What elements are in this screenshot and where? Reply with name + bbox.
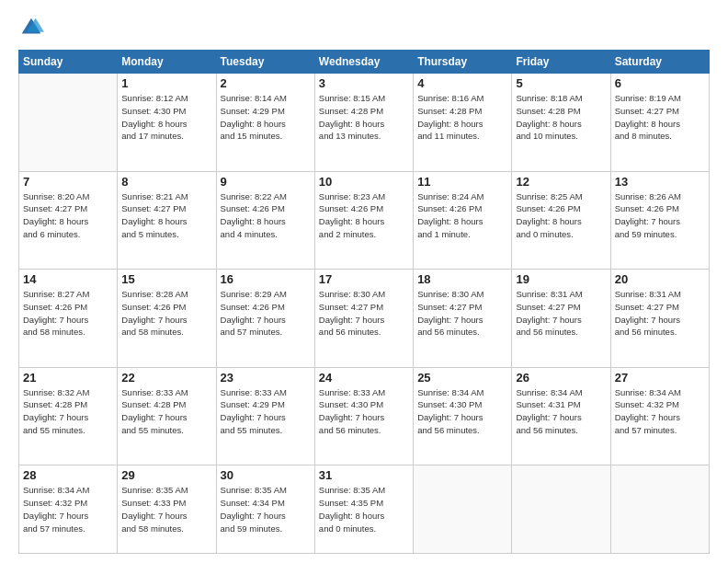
day-info: Sunrise: 8:35 AMSunset: 4:33 PMDaylight:…: [121, 484, 211, 534]
day-info: Sunrise: 8:24 AMSunset: 4:26 PMDaylight:…: [417, 190, 507, 241]
day-info: Sunrise: 8:30 AMSunset: 4:27 PMDaylight:…: [417, 288, 507, 339]
weekday-header-sunday: Sunday: [19, 51, 118, 74]
weekday-header-monday: Monday: [118, 51, 216, 74]
day-info: Sunrise: 8:14 AMSunset: 4:29 PMDaylight:…: [221, 92, 311, 143]
day-number: 19: [516, 272, 606, 286]
day-number: 24: [319, 371, 409, 385]
calendar-cell: 30Sunrise: 8:35 AMSunset: 4:34 PMDayligh…: [216, 465, 314, 554]
day-number: 5: [516, 76, 606, 90]
calendar-cell: 21Sunrise: 8:32 AMSunset: 4:28 PMDayligh…: [19, 367, 118, 465]
day-number: 9: [221, 175, 311, 189]
header: [18, 15, 710, 40]
calendar-week-row: 7Sunrise: 8:20 AMSunset: 4:27 PMDaylight…: [19, 171, 710, 270]
day-number: 21: [23, 371, 113, 385]
day-info: Sunrise: 8:20 AMSunset: 4:27 PMDaylight:…: [23, 190, 113, 241]
day-info: Sunrise: 8:19 AMSunset: 4:27 PMDaylight:…: [615, 92, 705, 143]
calendar-cell: 11Sunrise: 8:24 AMSunset: 4:26 PMDayligh…: [414, 171, 512, 270]
calendar-cell: 14Sunrise: 8:27 AMSunset: 4:26 PMDayligh…: [19, 270, 118, 368]
day-number: 25: [417, 371, 507, 385]
weekday-header-friday: Friday: [512, 51, 610, 74]
day-info: Sunrise: 8:21 AMSunset: 4:27 PMDaylight:…: [121, 190, 211, 241]
calendar-cell: [512, 465, 610, 554]
day-number: 17: [319, 272, 409, 286]
day-info: Sunrise: 8:27 AMSunset: 4:26 PMDaylight:…: [23, 288, 113, 339]
day-info: Sunrise: 8:26 AMSunset: 4:26 PMDaylight:…: [615, 190, 705, 241]
weekday-header-saturday: Saturday: [610, 51, 709, 74]
calendar-cell: 1Sunrise: 8:12 AMSunset: 4:30 PMDaylight…: [118, 74, 216, 172]
day-info: Sunrise: 8:33 AMSunset: 4:28 PMDaylight:…: [121, 386, 211, 437]
page: SundayMondayTuesdayWednesdayThursdayFrid…: [0, 0, 728, 563]
calendar-week-row: 14Sunrise: 8:27 AMSunset: 4:26 PMDayligh…: [19, 270, 710, 368]
day-info: Sunrise: 8:16 AMSunset: 4:28 PMDaylight:…: [417, 92, 507, 143]
calendar-cell: 3Sunrise: 8:15 AMSunset: 4:28 PMDaylight…: [314, 74, 413, 172]
day-number: 11: [417, 175, 507, 189]
day-info: Sunrise: 8:25 AMSunset: 4:26 PMDaylight:…: [516, 190, 606, 241]
day-number: 12: [516, 175, 606, 189]
calendar-cell: 29Sunrise: 8:35 AMSunset: 4:33 PMDayligh…: [118, 465, 216, 554]
calendar-week-row: 28Sunrise: 8:34 AMSunset: 4:32 PMDayligh…: [19, 465, 710, 554]
calendar-cell: [610, 465, 709, 554]
calendar-cell: 13Sunrise: 8:26 AMSunset: 4:26 PMDayligh…: [610, 171, 709, 270]
calendar-cell: 22Sunrise: 8:33 AMSunset: 4:28 PMDayligh…: [118, 367, 216, 465]
day-info: Sunrise: 8:23 AMSunset: 4:26 PMDaylight:…: [319, 190, 409, 241]
calendar-cell: 8Sunrise: 8:21 AMSunset: 4:27 PMDaylight…: [118, 171, 216, 270]
calendar-cell: 5Sunrise: 8:18 AMSunset: 4:28 PMDaylight…: [512, 74, 610, 172]
day-info: Sunrise: 8:35 AMSunset: 4:34 PMDaylight:…: [221, 484, 311, 534]
day-number: 16: [221, 272, 311, 286]
day-number: 23: [221, 371, 311, 385]
day-number: 20: [615, 272, 705, 286]
day-info: Sunrise: 8:15 AMSunset: 4:28 PMDaylight:…: [319, 92, 409, 143]
calendar-cell: 7Sunrise: 8:20 AMSunset: 4:27 PMDaylight…: [19, 171, 118, 270]
calendar-week-row: 1Sunrise: 8:12 AMSunset: 4:30 PMDaylight…: [19, 74, 710, 172]
day-number: 18: [417, 272, 507, 286]
calendar-cell: 24Sunrise: 8:33 AMSunset: 4:30 PMDayligh…: [314, 367, 413, 465]
calendar-cell: 20Sunrise: 8:31 AMSunset: 4:27 PMDayligh…: [610, 270, 709, 368]
calendar-header-row: SundayMondayTuesdayWednesdayThursdayFrid…: [19, 51, 710, 74]
calendar-cell: [19, 74, 118, 172]
day-number: 27: [615, 371, 705, 385]
calendar-cell: 6Sunrise: 8:19 AMSunset: 4:27 PMDaylight…: [610, 74, 709, 172]
calendar-cell: 12Sunrise: 8:25 AMSunset: 4:26 PMDayligh…: [512, 171, 610, 270]
day-number: 2: [221, 76, 311, 90]
day-number: 22: [121, 371, 211, 385]
day-number: 15: [121, 272, 211, 286]
day-info: Sunrise: 8:34 AMSunset: 4:32 PMDaylight:…: [23, 484, 113, 534]
day-number: 29: [121, 468, 211, 482]
day-info: Sunrise: 8:34 AMSunset: 4:30 PMDaylight:…: [417, 386, 507, 437]
day-number: 31: [319, 468, 409, 482]
day-number: 26: [516, 371, 606, 385]
day-number: 10: [319, 175, 409, 189]
calendar-cell: 9Sunrise: 8:22 AMSunset: 4:26 PMDaylight…: [216, 171, 314, 270]
day-info: Sunrise: 8:30 AMSunset: 4:27 PMDaylight:…: [319, 288, 409, 339]
day-info: Sunrise: 8:32 AMSunset: 4:28 PMDaylight:…: [23, 386, 113, 437]
calendar-cell: 18Sunrise: 8:30 AMSunset: 4:27 PMDayligh…: [414, 270, 512, 368]
day-number: 30: [221, 468, 311, 482]
weekday-header-thursday: Thursday: [414, 51, 512, 74]
day-number: 13: [615, 175, 705, 189]
calendar-cell: 26Sunrise: 8:34 AMSunset: 4:31 PMDayligh…: [512, 367, 610, 465]
day-info: Sunrise: 8:35 AMSunset: 4:35 PMDaylight:…: [319, 484, 409, 534]
calendar-cell: 23Sunrise: 8:33 AMSunset: 4:29 PMDayligh…: [216, 367, 314, 465]
calendar-cell: 27Sunrise: 8:34 AMSunset: 4:32 PMDayligh…: [610, 367, 709, 465]
day-info: Sunrise: 8:33 AMSunset: 4:30 PMDaylight:…: [319, 386, 409, 437]
weekday-header-wednesday: Wednesday: [314, 51, 413, 74]
logo-icon: [18, 15, 44, 40]
calendar-cell: 25Sunrise: 8:34 AMSunset: 4:30 PMDayligh…: [414, 367, 512, 465]
day-info: Sunrise: 8:31 AMSunset: 4:27 PMDaylight:…: [615, 288, 705, 339]
day-number: 3: [319, 76, 409, 90]
weekday-header-tuesday: Tuesday: [216, 51, 314, 74]
day-info: Sunrise: 8:18 AMSunset: 4:28 PMDaylight:…: [516, 92, 606, 143]
day-number: 8: [121, 175, 211, 189]
day-number: 28: [23, 468, 113, 482]
day-info: Sunrise: 8:34 AMSunset: 4:31 PMDaylight:…: [516, 386, 606, 437]
day-number: 14: [23, 272, 113, 286]
day-number: 7: [23, 175, 113, 189]
calendar-cell: 16Sunrise: 8:29 AMSunset: 4:26 PMDayligh…: [216, 270, 314, 368]
calendar-cell: 2Sunrise: 8:14 AMSunset: 4:29 PMDaylight…: [216, 74, 314, 172]
day-info: Sunrise: 8:28 AMSunset: 4:26 PMDaylight:…: [121, 288, 211, 339]
day-info: Sunrise: 8:34 AMSunset: 4:32 PMDaylight:…: [615, 386, 705, 437]
day-info: Sunrise: 8:12 AMSunset: 4:30 PMDaylight:…: [121, 92, 211, 143]
day-info: Sunrise: 8:33 AMSunset: 4:29 PMDaylight:…: [221, 386, 311, 437]
calendar-cell: 17Sunrise: 8:30 AMSunset: 4:27 PMDayligh…: [314, 270, 413, 368]
day-number: 1: [121, 76, 211, 90]
